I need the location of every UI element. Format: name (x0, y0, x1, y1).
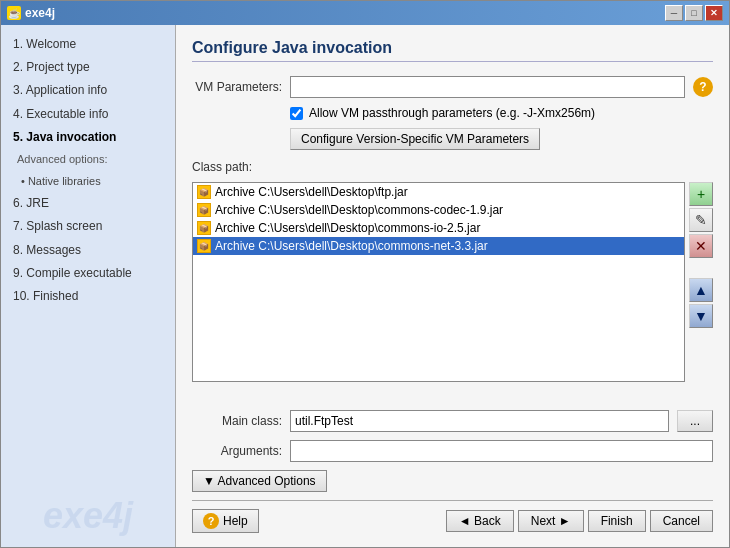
classpath-delete-button[interactable]: ✕ (689, 234, 713, 258)
vm-parameters-row: VM Parameters: ? (192, 76, 713, 98)
sidebar-item-native-libraries[interactable]: • Native libraries (1, 171, 175, 193)
classpath-item-icon-2: 📦 (197, 221, 211, 235)
sidebar-item-application-info[interactable]: 3. Application info (1, 79, 175, 102)
classpath-item-3[interactable]: 📦 Archive C:\Users\dell\Desktop\commons-… (193, 237, 684, 255)
sidebar-item-finished[interactable]: 10. Finished (1, 285, 175, 308)
classpath-buttons: + ✎ ✕ ▲ ▼ (689, 182, 713, 402)
sidebar-item-jre[interactable]: 6. JRE (1, 192, 175, 215)
footer-left: ? Help (192, 509, 259, 533)
allow-vm-passthrough-checkbox[interactable] (290, 107, 303, 120)
classpath-container: 📦 Archive C:\Users\dell\Desktop\ftp.jar … (192, 182, 713, 402)
arguments-row: Arguments: (192, 440, 713, 462)
vm-parameters-input[interactable] (290, 76, 685, 98)
sidebar-item-project-type[interactable]: 2. Project type (1, 56, 175, 79)
app-icon: ☕ (7, 6, 21, 20)
classpath-item-1[interactable]: 📦 Archive C:\Users\dell\Desktop\commons-… (193, 201, 684, 219)
classpath-up-button[interactable]: ▲ (689, 278, 713, 302)
sidebar-item-welcome[interactable]: 1. Welcome (1, 33, 175, 56)
minimize-button[interactable]: ─ (665, 5, 683, 21)
close-button[interactable]: ✕ (705, 5, 723, 21)
classpath-item-icon-1: 📦 (197, 203, 211, 217)
window-controls: ─ □ ✕ (665, 5, 723, 21)
help-button[interactable]: ? Help (192, 509, 259, 533)
watermark: exe4j (43, 495, 133, 537)
back-button[interactable]: ◄ Back (446, 510, 514, 532)
title-bar: ☕ exe4j ─ □ ✕ (1, 1, 729, 25)
help-icon: ? (203, 513, 219, 529)
arguments-input[interactable] (290, 440, 713, 462)
sidebar: 1. Welcome 2. Project type 3. Applicatio… (1, 25, 176, 547)
classpath-item-icon-3: 📦 (197, 239, 211, 253)
classpath-item-label-0: Archive C:\Users\dell\Desktop\ftp.jar (215, 185, 408, 199)
sidebar-item-splash-screen[interactable]: 7. Splash screen (1, 215, 175, 238)
sidebar-item-executable-info[interactable]: 4. Executable info (1, 103, 175, 126)
classpath-item-0[interactable]: 📦 Archive C:\Users\dell\Desktop\ftp.jar (193, 183, 684, 201)
sidebar-item-compile-executable[interactable]: 9. Compile executable (1, 262, 175, 285)
configure-vm-btn-row: Configure Version-Specific VM Parameters (192, 128, 713, 150)
vm-parameters-help-icon[interactable]: ? (693, 77, 713, 97)
configure-vm-button[interactable]: Configure Version-Specific VM Parameters (290, 128, 540, 150)
title-bar-left: ☕ exe4j (7, 6, 55, 20)
finish-button[interactable]: Finish (588, 510, 646, 532)
main-class-browse-button[interactable]: ... (677, 410, 713, 432)
arguments-label: Arguments: (192, 444, 282, 458)
help-label: Help (223, 514, 248, 528)
classpath-label: Class path: (192, 160, 713, 174)
advanced-options-button[interactable]: ▼ Advanced Options (192, 470, 327, 492)
main-content: 1. Welcome 2. Project type 3. Applicatio… (1, 25, 729, 547)
panel-title: Configure Java invocation (192, 39, 713, 62)
sidebar-advanced-options-label: Advanced options: (1, 149, 175, 171)
next-button[interactable]: Next ► (518, 510, 584, 532)
classpath-item-label-1: Archive C:\Users\dell\Desktop\commons-co… (215, 203, 503, 217)
classpath-down-button[interactable]: ▼ (689, 304, 713, 328)
main-class-input[interactable] (290, 410, 669, 432)
classpath-item-label-2: Archive C:\Users\dell\Desktop\commons-io… (215, 221, 480, 235)
vm-parameters-label: VM Parameters: (192, 80, 282, 94)
sidebar-item-java-invocation[interactable]: 5. Java invocation (1, 126, 175, 149)
window-title: exe4j (25, 6, 55, 20)
allow-vm-passthrough-label: Allow VM passthrough parameters (e.g. -J… (309, 106, 595, 120)
cancel-button[interactable]: Cancel (650, 510, 713, 532)
classpath-edit-button[interactable]: ✎ (689, 208, 713, 232)
main-window: ☕ exe4j ─ □ ✕ 1. Welcome 2. Project type… (0, 0, 730, 548)
classpath-add-button[interactable]: + (689, 182, 713, 206)
main-class-row: Main class: ... (192, 410, 713, 432)
classpath-list[interactable]: 📦 Archive C:\Users\dell\Desktop\ftp.jar … (192, 182, 685, 382)
classpath-item-icon-0: 📦 (197, 185, 211, 199)
maximize-button[interactable]: □ (685, 5, 703, 21)
right-panel: Configure Java invocation VM Parameters:… (176, 25, 729, 547)
advanced-options-row: ▼ Advanced Options (192, 470, 713, 492)
footer-right: ◄ Back Next ► Finish Cancel (446, 510, 713, 532)
classpath-item-2[interactable]: 📦 Archive C:\Users\dell\Desktop\commons-… (193, 219, 684, 237)
classpath-item-label-3: Archive C:\Users\dell\Desktop\commons-ne… (215, 239, 488, 253)
main-class-label: Main class: (192, 414, 282, 428)
sidebar-item-messages[interactable]: 8. Messages (1, 239, 175, 262)
allow-vm-passthrough-row: Allow VM passthrough parameters (e.g. -J… (192, 106, 713, 120)
bottom-footer: ? Help ◄ Back Next ► Finish Cancel (192, 500, 713, 533)
